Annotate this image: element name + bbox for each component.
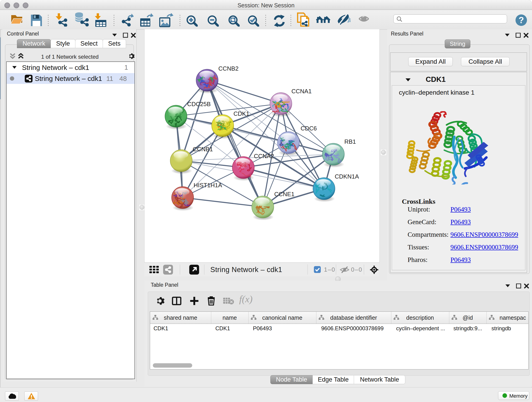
svg-text:?: ? [519,15,524,25]
svg-text:CCNE1: CCNE1 [274,191,294,198]
svg-text:CCNB1: CCNB1 [193,146,213,153]
svg-text:CDKN1A: CDKN1A [335,173,359,180]
svg-text:CDK1: CDK1 [234,110,249,117]
svg-text:CDC25B: CDC25B [187,101,211,108]
svg-text:RB1: RB1 [344,138,356,145]
svg-text:CCNA1: CCNA1 [291,88,312,95]
svg-text:CDC6: CDC6 [301,125,317,132]
svg-text:CCNB2: CCNB2 [218,65,239,72]
svg-text:CCNA2: CCNA2 [254,153,274,160]
svg-text:HIST1H1A: HIST1H1A [194,182,222,189]
